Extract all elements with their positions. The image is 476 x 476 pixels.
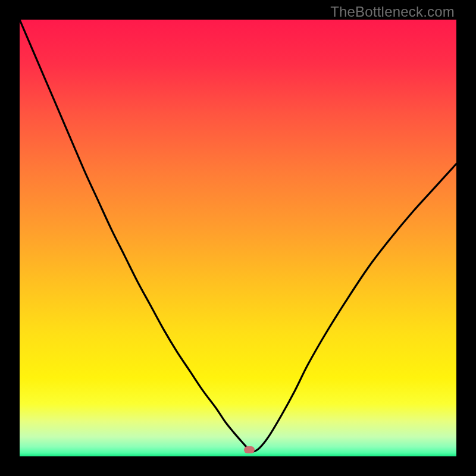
chart-frame: TheBottleneck.com (0, 0, 476, 476)
watermark-text: TheBottleneck.com (330, 4, 455, 20)
minimum-marker (244, 446, 255, 453)
bottleneck-curve (20, 20, 456, 456)
plot-area (20, 20, 456, 456)
